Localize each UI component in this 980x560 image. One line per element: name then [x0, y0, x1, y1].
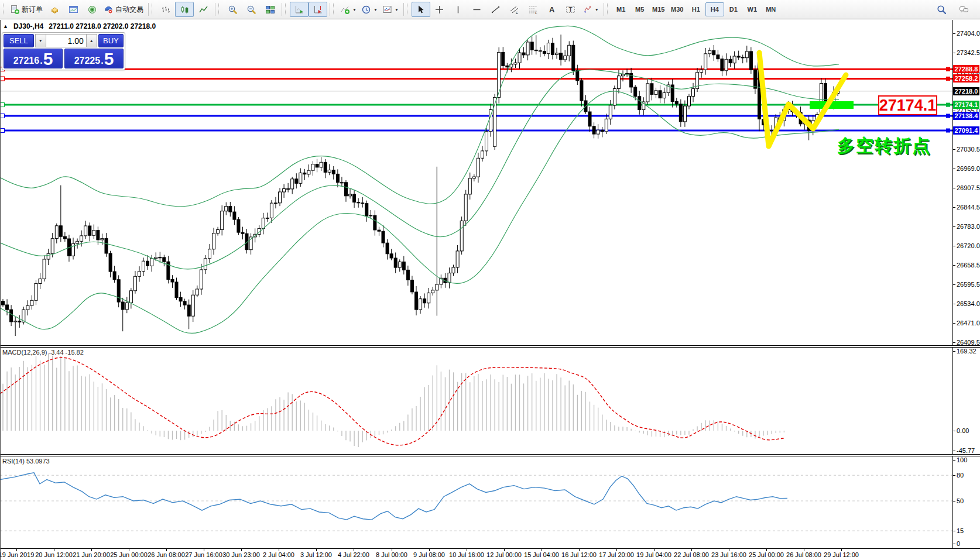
- toolbar-grip[interactable]: [152, 4, 155, 15]
- candle-body: [39, 279, 42, 284]
- channel-button[interactable]: E: [505, 2, 524, 17]
- rsi-pane[interactable]: RSI(14) 53.0973: [0, 456, 980, 548]
- zoom-in-button[interactable]: [223, 2, 242, 17]
- macd-pane[interactable]: MACD(12,26,9) -3.44 -15.82: [0, 348, 980, 454]
- line-handle[interactable]: [946, 77, 950, 81]
- new-order-button[interactable]: 新订单: [8, 2, 45, 17]
- symbol-period-label: DJ30-,H4: [13, 22, 43, 30]
- volume-decrease-button[interactable]: ▼: [35, 34, 46, 47]
- auto-scroll-button[interactable]: [290, 2, 309, 17]
- time-axis[interactable]: 19 Jun 201920 Jun 12:0021 Jun 20:0025 Ju…: [0, 548, 980, 560]
- bollinger-lower-band: [0, 91, 839, 334]
- axis-tick-mark: [953, 501, 955, 501]
- pane-separator[interactable]: [0, 345, 980, 348]
- buy-price-button[interactable]: 27225.5: [64, 49, 124, 68]
- line-handle[interactable]: [946, 129, 950, 133]
- price-pane[interactable]: ▲ DJ30-,H4 27211.0 27218.0 27202.0 27218…: [0, 20, 980, 345]
- search-icon: [937, 5, 947, 15]
- zoom-out-button[interactable]: [242, 2, 261, 17]
- axis-tick-mark: [953, 351, 955, 352]
- timeframe-m5-button[interactable]: M5: [631, 2, 649, 16]
- toolbar-grip[interactable]: [333, 4, 336, 15]
- svg-text:A: A: [549, 5, 555, 14]
- candle-body: [712, 50, 715, 55]
- line-chart-button[interactable]: [194, 2, 213, 17]
- axis-tick-mark: [953, 53, 955, 53]
- chevron-down-icon: ▼: [595, 8, 599, 12]
- annotation-text[interactable]: 多空转折点: [837, 134, 931, 158]
- toolbar-grip[interactable]: [218, 4, 221, 15]
- timeframe-h4-button[interactable]: H4: [705, 2, 724, 16]
- line-handle[interactable]: [946, 67, 950, 71]
- autotrading-button[interactable]: 自动交易: [101, 2, 146, 17]
- bar-chart-button[interactable]: [156, 2, 175, 17]
- line-handle[interactable]: [1, 129, 5, 133]
- toolbar-grip[interactable]: [407, 4, 410, 15]
- periods-button[interactable]: ▼: [359, 2, 380, 17]
- cursor-button[interactable]: [412, 2, 430, 17]
- zigzag-annotation[interactable]: [759, 53, 846, 146]
- toolbar-grip[interactable]: [607, 4, 610, 15]
- vline-button[interactable]: [449, 2, 468, 17]
- timeframe-m1-button[interactable]: M1: [612, 2, 631, 16]
- line-handle[interactable]: [946, 114, 950, 118]
- level-price-label: 27288.8: [953, 65, 979, 73]
- chart-gold-button[interactable]: [45, 2, 64, 17]
- time-tick-label: 17 Jul 20:00: [599, 551, 634, 558]
- timeframe-mn-button[interactable]: MN: [762, 2, 780, 16]
- macd-plot[interactable]: [0, 348, 953, 454]
- timeframe-d1-button[interactable]: D1: [724, 2, 743, 16]
- line-handle[interactable]: [946, 103, 950, 107]
- price-tick-label: 0.00: [957, 427, 969, 434]
- toolbar-separator: [148, 3, 149, 16]
- profile-window-button[interactable]: [64, 2, 83, 17]
- bollinger-middle-band: [0, 70, 839, 269]
- sell-button[interactable]: SELL: [4, 34, 34, 47]
- price-callout-box[interactable]: 27174.1: [878, 95, 937, 115]
- volume-increase-button[interactable]: ▲: [86, 34, 97, 47]
- toolbar-grip[interactable]: [3, 4, 6, 15]
- text-button[interactable]: A: [543, 2, 561, 17]
- crosshair-button[interactable]: [430, 2, 449, 17]
- sell-price-button[interactable]: 27216.5: [4, 49, 63, 68]
- indicators-button[interactable]: ▼: [338, 2, 359, 17]
- rsi-plot[interactable]: [0, 456, 953, 548]
- chart-window[interactable]: ▲ DJ30-,H4 27211.0 27218.0 27202.0 27218…: [0, 20, 980, 560]
- candle-body: [121, 302, 124, 310]
- buy-button[interactable]: BUY: [98, 34, 124, 47]
- candle-body: [307, 170, 310, 174]
- candle-body: [410, 280, 413, 292]
- candle-body: [155, 257, 157, 259]
- chat-button[interactable]: [954, 2, 973, 17]
- search-button[interactable]: [932, 2, 951, 17]
- toolbar-separator: [604, 3, 604, 16]
- candle-chart-button[interactable]: [175, 2, 194, 17]
- timeframe-m30-button[interactable]: M30: [668, 2, 687, 16]
- chevron-down-icon: ▼: [374, 8, 378, 12]
- trendline-button[interactable]: [486, 2, 505, 17]
- chart-shift-button[interactable]: [309, 2, 327, 17]
- timeframe-w1-button[interactable]: W1: [743, 2, 762, 16]
- timeframe-m15-button[interactable]: M15: [649, 2, 668, 16]
- axis-tick-mark: [953, 342, 955, 343]
- trendline-icon: [491, 5, 501, 15]
- text-label-button[interactable]: T: [561, 2, 580, 17]
- candle-body: [105, 239, 108, 253]
- line-handle[interactable]: [1, 114, 5, 118]
- candle-body: [609, 105, 612, 119]
- fibonacci-button[interactable]: F: [524, 2, 543, 17]
- candle-body: [588, 112, 591, 126]
- timeframe-h1-button[interactable]: H1: [687, 2, 705, 16]
- pane-separator[interactable]: [0, 454, 980, 456]
- volume-input[interactable]: [46, 34, 86, 47]
- navigator-button[interactable]: [83, 2, 101, 17]
- hline-button[interactable]: [468, 2, 486, 17]
- price-axis[interactable]: 27404.027342.527279.527155.027030.526969…: [953, 20, 980, 560]
- toolbar-grip[interactable]: [285, 4, 288, 15]
- line-handle[interactable]: [1, 77, 5, 81]
- shapes-button[interactable]: ▼: [580, 2, 601, 17]
- templates-button[interactable]: ▼: [380, 2, 401, 17]
- tile-windows-button[interactable]: [261, 2, 279, 17]
- line-handle[interactable]: [1, 103, 5, 107]
- price-plot[interactable]: [0, 20, 953, 345]
